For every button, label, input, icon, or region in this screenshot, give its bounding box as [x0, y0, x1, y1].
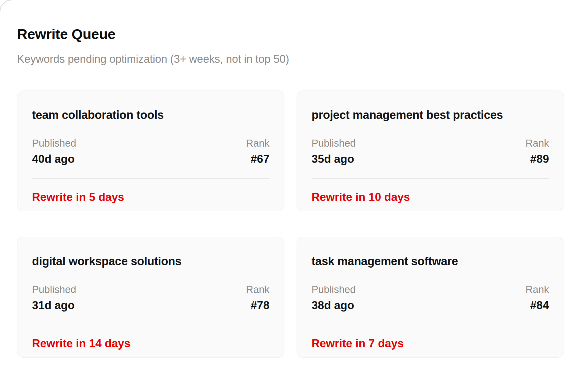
rank-label: Rank [526, 284, 549, 295]
page-subtitle: Keywords pending optimization (3+ weeks,… [17, 53, 564, 66]
published-value: 31d ago [32, 299, 76, 312]
rewrite-status: Rewrite in 5 days [32, 191, 269, 204]
published-stat: Published 35d ago [312, 137, 356, 166]
card-divider [32, 325, 269, 325]
rank-value: #84 [526, 299, 549, 312]
published-value: 35d ago [312, 153, 356, 166]
rank-label: Rank [246, 137, 269, 149]
rank-stat: Rank #84 [526, 284, 549, 312]
published-label: Published [32, 284, 76, 295]
published-value: 40d ago [32, 153, 76, 166]
published-label: Published [32, 137, 76, 149]
card-divider [312, 178, 549, 179]
published-value: 38d ago [312, 299, 356, 312]
rewrite-status: Rewrite in 10 days [312, 191, 549, 204]
card-divider [32, 178, 269, 179]
keyword-title: task management software [312, 255, 549, 268]
published-stat: Published 31d ago [32, 284, 76, 312]
page-title: Rewrite Queue [17, 26, 564, 42]
rank-label: Rank [526, 137, 549, 149]
keyword-title: digital workspace solutions [32, 255, 269, 268]
rank-value: #89 [526, 153, 549, 166]
container-corner-border [0, 0, 18, 18]
rewrite-queue-section: Rewrite Queue Keywords pending optimizat… [0, 26, 581, 358]
keyword-title: team collaboration tools [32, 109, 269, 122]
rank-value: #78 [246, 299, 269, 312]
keyword-card[interactable]: digital workspace solutions Published 31… [17, 237, 284, 358]
card-stats-row: Published 31d ago Rank #78 [32, 284, 269, 312]
published-label: Published [312, 284, 356, 295]
rank-stat: Rank #67 [246, 137, 269, 166]
published-label: Published [312, 137, 356, 149]
published-stat: Published 40d ago [32, 137, 76, 166]
keyword-card[interactable]: project management best practices Publis… [297, 91, 564, 211]
rank-label: Rank [246, 284, 269, 295]
card-stats-row: Published 35d ago Rank #89 [312, 137, 549, 166]
rewrite-status: Rewrite in 7 days [312, 337, 549, 350]
keyword-title: project management best practices [312, 109, 549, 122]
published-stat: Published 38d ago [312, 284, 356, 312]
keyword-card[interactable]: team collaboration tools Published 40d a… [17, 91, 284, 211]
rank-stat: Rank #89 [526, 137, 549, 166]
rewrite-status: Rewrite in 14 days [32, 337, 269, 350]
rank-stat: Rank #78 [246, 284, 269, 312]
keyword-card-grid: team collaboration tools Published 40d a… [17, 91, 564, 358]
card-stats-row: Published 40d ago Rank #67 [32, 137, 269, 166]
card-divider [312, 325, 549, 325]
rank-value: #67 [246, 153, 269, 166]
card-stats-row: Published 38d ago Rank #84 [312, 284, 549, 312]
keyword-card[interactable]: task management software Published 38d a… [297, 237, 564, 358]
